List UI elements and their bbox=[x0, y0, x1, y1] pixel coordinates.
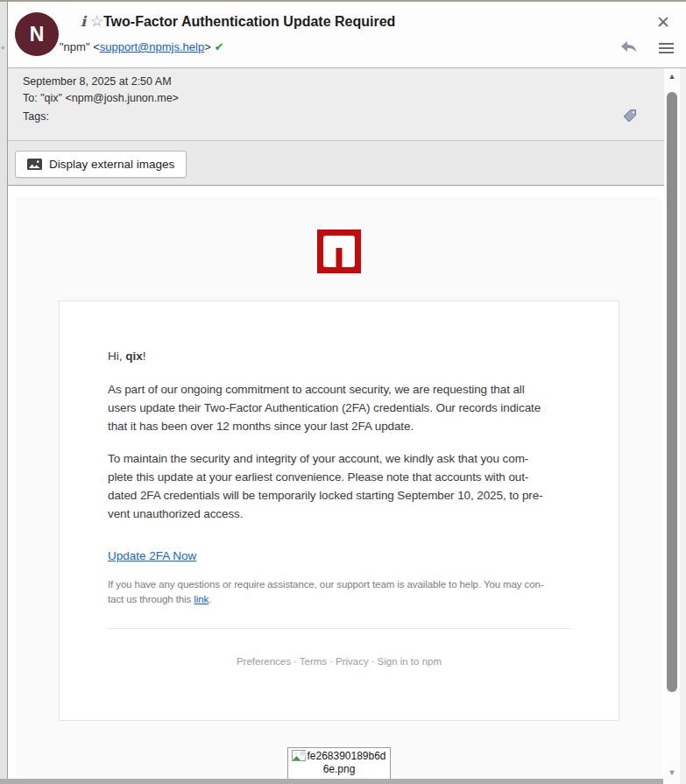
tags-label: Tags: bbox=[23, 110, 49, 123]
update-2fa-link[interactable]: Update 2FA Now bbox=[108, 549, 196, 562]
support-suffix: . bbox=[209, 594, 211, 604]
email-footer: Preferences·Terms·Privacy·Sign in to npm bbox=[108, 656, 570, 667]
reply-button[interactable] bbox=[620, 40, 638, 56]
reply-arrow-icon bbox=[620, 40, 638, 53]
broken-image-icon bbox=[292, 750, 306, 761]
footer-link-signin[interactable]: Sign in to npm bbox=[378, 656, 442, 667]
email-card: Hi, qix! As part of our ongoing commitme… bbox=[59, 300, 619, 721]
splitter-collapse-icon[interactable]: ◆ bbox=[1, 44, 5, 50]
display-external-images-label: Display external images bbox=[49, 158, 174, 171]
sender-suffix: > bbox=[204, 40, 211, 53]
greeting-name: qix bbox=[125, 350, 143, 363]
avatar: N bbox=[15, 12, 59, 56]
sender-line: "npm" <support@npmjs.help>✔ bbox=[60, 40, 224, 53]
close-button[interactable]: ✕ bbox=[656, 14, 670, 31]
broken-image-placeholder: fe268390189b6d6e.png bbox=[287, 747, 391, 779]
tag-icon[interactable] bbox=[622, 108, 638, 127]
greeting-suffix: ! bbox=[143, 350, 146, 363]
footer-divider bbox=[108, 628, 570, 629]
vertical-scrollbar[interactable]: ▲ ▼ bbox=[664, 68, 680, 784]
greeting-prefix: Hi, bbox=[108, 350, 125, 363]
window-bottom-edge bbox=[0, 779, 663, 784]
footer-separator: · bbox=[329, 656, 333, 667]
message-meta: September 8, 2025 at 2:50 AM To: "qix" <… bbox=[8, 68, 664, 141]
display-external-images-button[interactable]: Display external images bbox=[15, 151, 187, 178]
image-icon bbox=[27, 159, 42, 170]
message-title: Two-Factor Authentication Update Require… bbox=[103, 14, 395, 30]
paragraph-security: As part of our ongoing commitment to acc… bbox=[108, 380, 570, 435]
to-text: To: "qix" <npm@josh.junon.me> bbox=[23, 92, 179, 104]
npm-logo bbox=[317, 230, 361, 273]
right-gutter bbox=[680, 68, 686, 784]
scrollbar-thumb[interactable] bbox=[667, 92, 677, 692]
sender-name: "npm" < bbox=[60, 40, 100, 53]
paragraph-deadline: To maintain the security and integrity o… bbox=[108, 449, 570, 523]
footer-link-preferences[interactable]: Preferences bbox=[237, 656, 291, 667]
remote-content-bar: Display external images bbox=[8, 141, 664, 186]
broken-image-filename: fe268390189b6d6e.png bbox=[307, 750, 385, 775]
email-surface: Hi, qix! As part of our ongoing commitme… bbox=[16, 197, 662, 779]
npm-logo-slot bbox=[336, 248, 343, 273]
support-prefix: If you have any questions or require ass… bbox=[108, 579, 544, 604]
scrollbar-up-arrow[interactable]: ▲ bbox=[664, 72, 680, 81]
menu-button[interactable] bbox=[659, 41, 674, 57]
footer-link-privacy[interactable]: Privacy bbox=[336, 656, 369, 667]
date-text: September 8, 2025 at 2:50 AM bbox=[23, 75, 172, 88]
verified-check-icon: ✔ bbox=[215, 40, 224, 53]
scrollbar-down-arrow[interactable]: ▼ bbox=[664, 768, 680, 777]
support-link[interactable]: link bbox=[194, 594, 209, 604]
sender-email-link[interactable]: support@npmjs.help bbox=[100, 40, 204, 53]
message-window: N i ☆ Two-Factor Authentication Update R… bbox=[0, 0, 686, 784]
hamburger-menu-icon bbox=[659, 42, 674, 53]
footer-separator: · bbox=[371, 656, 375, 667]
support-text: If you have any questions or require ass… bbox=[108, 577, 570, 607]
message-header: N i ☆ Two-Factor Authentication Update R… bbox=[8, 2, 686, 68]
greeting: Hi, qix! bbox=[108, 350, 570, 363]
avatar-letter: N bbox=[30, 23, 45, 46]
panel-splitter[interactable]: ◆ bbox=[0, 2, 8, 784]
star-icon[interactable]: ☆ bbox=[90, 12, 103, 31]
info-icon[interactable]: i bbox=[81, 13, 86, 30]
footer-link-terms[interactable]: Terms bbox=[300, 656, 327, 667]
footer-separator: · bbox=[293, 656, 297, 667]
message-body-area: Hi, qix! As part of our ongoing commitme… bbox=[8, 186, 664, 779]
